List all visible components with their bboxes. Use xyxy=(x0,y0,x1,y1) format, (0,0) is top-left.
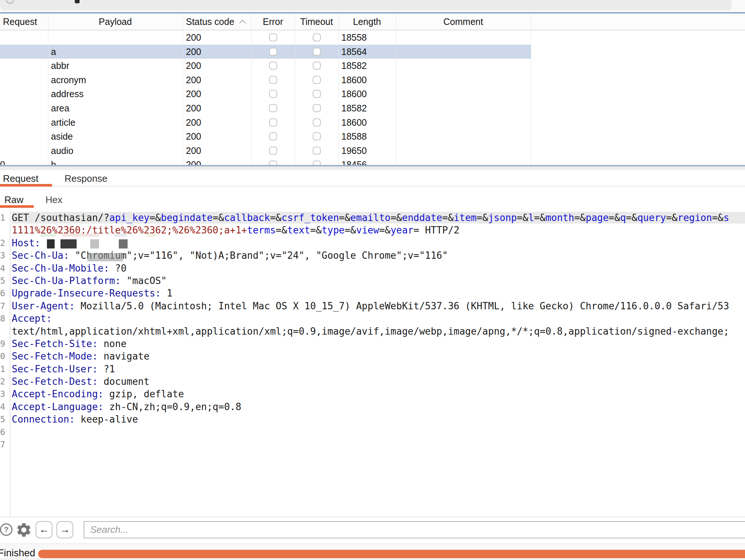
payload-cell: b xyxy=(51,158,181,165)
filter-bar[interactable] xyxy=(0,0,732,10)
error-checkbox[interactable] xyxy=(269,76,277,84)
result-row[interactable]: address20018600 xyxy=(0,87,531,101)
timeout-checkbox[interactable] xyxy=(313,147,321,155)
timeout-checkbox[interactable] xyxy=(313,62,321,70)
comment-cell xyxy=(399,144,529,158)
timeout-checkbox[interactable] xyxy=(313,104,321,112)
segment-name: Host: xyxy=(12,237,46,248)
line-text: Accept-Language: zh-CN,zh;q=0.9,en;q=0.8 xyxy=(12,401,241,413)
search-input[interactable] xyxy=(84,521,745,538)
timeout-cell xyxy=(295,30,338,45)
timeout-checkbox[interactable] xyxy=(313,33,321,41)
comment-cell xyxy=(399,73,529,87)
timeout-cell xyxy=(295,115,338,130)
error-checkbox[interactable] xyxy=(269,161,277,165)
result-row[interactable]: abbr20018582 xyxy=(0,59,531,73)
line-number: 11 xyxy=(0,363,5,375)
timeout-checkbox[interactable] xyxy=(313,161,321,165)
tab-response[interactable]: Response xyxy=(65,173,107,184)
column-header-length[interactable]: Length xyxy=(338,14,396,30)
result-row[interactable]: article20018600 xyxy=(0,115,531,130)
column-header-status-code[interactable]: Status code xyxy=(186,14,251,30)
timeout-cell xyxy=(295,158,338,165)
status-code-cell: 200 xyxy=(186,73,248,87)
timeout-checkbox[interactable] xyxy=(313,76,321,84)
request-number-cell xyxy=(0,30,5,45)
error-cell xyxy=(251,129,295,144)
payload-cell: acronym xyxy=(51,73,181,87)
error-checkbox[interactable] xyxy=(269,90,277,98)
error-checkbox[interactable] xyxy=(269,104,277,112)
result-row[interactable]: area20018582 xyxy=(0,101,531,115)
result-row[interactable]: acronym20018600 xyxy=(0,73,531,87)
segment-plain: gzip, deflate xyxy=(109,388,184,399)
line-text: Sec-Fetch-Site: none xyxy=(12,338,126,350)
column-header-timeout[interactable]: Timeout xyxy=(295,14,338,30)
payload-cell: aside xyxy=(51,129,181,144)
line-text: Sec-Fetch-Dest: document xyxy=(12,375,150,388)
request-line: 5Sec-Ch-Ua-Platform: "macOS" xyxy=(0,275,745,287)
segment-name: Sec-Ch-Ua-Platform: xyxy=(12,275,126,286)
back-button[interactable]: ← xyxy=(36,521,52,538)
result-row[interactable]: 0b20018456 xyxy=(0,158,531,165)
status-code-cell: 200 xyxy=(186,144,248,158)
result-row[interactable]: a20018564 xyxy=(0,45,531,59)
column-header-error[interactable]: Error xyxy=(251,14,295,30)
progress-bar xyxy=(38,550,745,558)
forward-button[interactable]: → xyxy=(56,521,73,538)
redaction-artifact xyxy=(40,233,56,237)
request-editor[interactable]: 1GET /southasian/?api_key=&begindate=&ca… xyxy=(0,211,745,451)
line-text: Sec-Fetch-User: ?1 xyxy=(12,363,115,375)
segment-name: Connection: xyxy=(12,414,81,425)
error-checkbox[interactable] xyxy=(269,147,277,155)
gear-icon[interactable] xyxy=(15,522,32,538)
pane-divider[interactable] xyxy=(0,166,745,170)
error-checkbox[interactable] xyxy=(269,132,277,140)
error-cell xyxy=(251,30,295,45)
tab-hex[interactable]: Hex xyxy=(45,194,62,206)
help-icon[interactable]: ? xyxy=(0,523,12,536)
error-checkbox[interactable] xyxy=(269,48,277,56)
redaction-block xyxy=(90,239,99,248)
timeout-checkbox[interactable] xyxy=(313,48,321,56)
redaction-block xyxy=(60,239,77,248)
timeout-checkbox[interactable] xyxy=(313,90,321,98)
timeout-checkbox[interactable] xyxy=(313,132,321,140)
request-number-cell xyxy=(0,129,5,144)
line-number: 17 xyxy=(0,438,5,451)
segment-param: month xyxy=(546,212,574,223)
payload-cell: audio xyxy=(51,144,181,158)
status-code-cell: 200 xyxy=(186,30,248,45)
line-number: 8 xyxy=(0,312,5,325)
right-arrow-icon: → xyxy=(60,524,70,535)
redaction-artifact xyxy=(62,233,99,237)
column-header-payload[interactable]: Payload xyxy=(48,14,183,30)
segment-plain: =& xyxy=(712,212,723,223)
column-header-request[interactable]: Request xyxy=(3,14,47,30)
request-line: 7User-Agent: Mozilla/5.0 (Macintosh; Int… xyxy=(0,300,745,312)
tab-raw[interactable]: Raw xyxy=(4,194,23,206)
segment-plain: =& xyxy=(379,225,390,236)
request-number-cell xyxy=(0,101,5,115)
line-text: GET /southasian/?api_key=&begindate=&cal… xyxy=(12,211,729,224)
attack-status-label: Finished xyxy=(0,548,35,559)
segment-name: Sec-Ch-Ua: xyxy=(12,250,75,261)
result-row[interactable]: 20018558 xyxy=(0,30,531,45)
column-header-comment[interactable]: Comment xyxy=(396,14,531,30)
line-number: 9 xyxy=(0,338,5,350)
error-checkbox[interactable] xyxy=(269,62,277,70)
result-row[interactable]: aside20018588 xyxy=(0,129,531,144)
comment-cell xyxy=(399,30,529,45)
error-cell xyxy=(251,101,295,115)
segment-plain: = HTTP/2 xyxy=(414,225,459,236)
error-checkbox[interactable] xyxy=(269,118,277,126)
request-number-cell xyxy=(0,73,5,87)
status-code-cell: 200 xyxy=(186,129,248,144)
request-line: 6Upgrade-Insecure-Requests: 1 xyxy=(0,287,745,299)
timeout-checkbox[interactable] xyxy=(313,118,321,126)
result-row[interactable]: audio20019650 xyxy=(0,144,531,158)
error-checkbox[interactable] xyxy=(269,33,277,41)
tab-request[interactable]: Request xyxy=(3,173,38,184)
line-number: 6 xyxy=(0,287,5,299)
line-text: Upgrade-Insecure-Requests: 1 xyxy=(12,287,172,299)
